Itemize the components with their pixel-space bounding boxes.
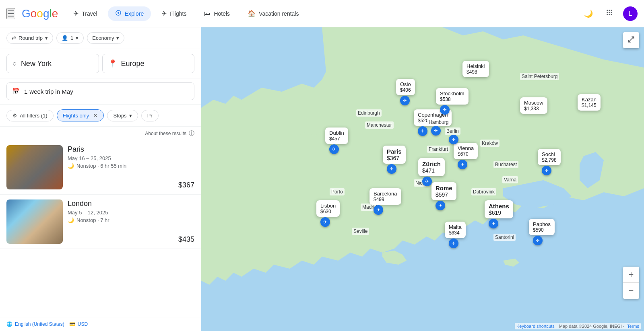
dark-mode-button[interactable]: 🌙	[581, 6, 596, 21]
svg-point-1	[118, 12, 119, 14]
all-filters-button[interactable]: ⚙ All filters (1)	[6, 110, 54, 121]
keyboard-shortcuts[interactable]: Keyboard shortcuts	[516, 324, 555, 329]
left-panel: ⇄ Round trip ▾ 👤 1 ▾ Economy ▾ ○ New Yor…	[0, 27, 201, 331]
label-varna: Varna	[502, 176, 518, 183]
currency-selector[interactable]: 💳 USD	[69, 321, 88, 327]
paris-airline-icon: 🌙	[68, 163, 74, 169]
filter-icon: ⚙	[12, 113, 17, 119]
terms-link[interactable]: Terms	[627, 324, 639, 329]
tab-flights-label: Flights	[170, 10, 186, 17]
tab-vacation[interactable]: 🏠 Vacation rentals	[240, 6, 306, 21]
map-pin-paphos[interactable]: Paphos $590	[529, 219, 555, 235]
plane-dot-stockholm[interactable]: ✈	[440, 105, 450, 115]
london-info: London May 5 – 12, 2025 🌙 Nonstop · 7 hr…	[68, 199, 194, 244]
map-pin-rome[interactable]: Rome $597	[431, 182, 456, 200]
map-pin-dublin[interactable]: Dublin $457	[325, 127, 348, 144]
map-pin-sochi[interactable]: Sochi $2,798	[538, 149, 561, 165]
zoom-out-button[interactable]: −	[623, 283, 639, 299]
map-pin-athens[interactable]: Athens $619	[485, 200, 513, 218]
trip-type-button[interactable]: ⇄ Round trip ▾	[6, 32, 53, 44]
result-card-paris[interactable]: Paris May 16 – 25, 2025 🌙 Nonstop · 6 hr…	[0, 140, 201, 195]
result-card-london[interactable]: London May 5 – 12, 2025 🌙 Nonstop · 7 hr…	[0, 195, 201, 249]
map-pin-helsinki[interactable]: Helsinki $498	[462, 61, 489, 77]
attribution-text: Map data ©2024 Google, INEGI	[559, 324, 622, 329]
map-expand-button[interactable]	[623, 32, 639, 48]
map-pin-lisbon[interactable]: Lisbon $630	[316, 200, 340, 217]
map-pin-oslo[interactable]: Oslo $406	[396, 79, 415, 95]
flights-only-close[interactable]: ✕	[93, 112, 98, 119]
map-pin-moscow[interactable]: Moscow $1,333	[520, 97, 547, 114]
destination-label: Europe	[121, 60, 144, 68]
price-label: Pr	[147, 113, 153, 119]
label-frankfurt: Frankfurt	[427, 146, 450, 153]
tab-hotels[interactable]: 🛏 Hotels	[197, 6, 237, 21]
nav-tabs: ✈ Travel Explore ✈ Flights 🛏 Hotels 🏠 Va…	[66, 6, 306, 21]
tab-explore-label: Explore	[125, 10, 144, 17]
cabin-button[interactable]: Economy ▾	[87, 32, 124, 44]
map-container: Oslo $406 Helsinki $498 Stockholm $538 S…	[201, 27, 644, 331]
map-pin-barcelona[interactable]: Barcelona $499	[369, 188, 401, 205]
user-avatar[interactable]: L	[623, 6, 638, 21]
plane-dot-hamburg[interactable]: ✈	[431, 126, 441, 136]
london-image	[6, 199, 63, 244]
plane-dot-sochi[interactable]: ✈	[542, 166, 551, 175]
label-dubrovnik: Dubrovnik	[471, 188, 496, 195]
map-pin-malta[interactable]: Malta $634	[445, 222, 466, 238]
stops-chevron: ▾	[129, 113, 132, 119]
tab-flights[interactable]: ✈ Flights	[154, 6, 194, 21]
map-pin-paris[interactable]: Paris $367	[383, 146, 406, 164]
explore-icon	[115, 10, 122, 18]
controls-row: ⇄ Round trip ▾ 👤 1 ▾ Economy ▾	[0, 27, 201, 49]
price-button[interactable]: Pr	[141, 110, 159, 121]
london-dates: May 5 – 12, 2025	[68, 210, 194, 216]
plane-dot-berlin[interactable]: ✈	[449, 135, 458, 144]
london-city: London	[68, 199, 194, 208]
tab-hotels-label: Hotels	[214, 10, 230, 17]
plane-dot-dublin[interactable]: ✈	[329, 144, 339, 154]
passengers-chevron: ▾	[76, 35, 78, 41]
menu-icon[interactable]: ☰	[6, 8, 15, 19]
london-flight: 🌙 Nonstop · 7 hr	[68, 217, 194, 223]
plane-dot-paphos[interactable]: ✈	[533, 236, 543, 245]
origin-field[interactable]: ○ New York	[6, 54, 99, 73]
flights-icon: ✈	[161, 10, 167, 17]
cabin-chevron: ▾	[116, 35, 119, 41]
currency-label: USD	[78, 321, 88, 327]
map-pin-zurich[interactable]: Zürich $471	[418, 158, 445, 176]
all-filters-label: All filters (1)	[20, 113, 47, 119]
tab-travel-label: Travel	[82, 10, 97, 17]
language-selector[interactable]: 🌐 English (United States)	[6, 321, 64, 327]
origin-label: New York	[21, 60, 52, 68]
apps-button[interactable]	[602, 6, 617, 21]
passengers-button[interactable]: 👤 1 ▾	[56, 32, 84, 44]
label-seville: Seville	[352, 228, 369, 235]
stops-button[interactable]: Stops ▾	[107, 110, 138, 121]
nav-right: 🌙 L	[581, 6, 638, 21]
map-pin-kazan[interactable]: Kazan $1,145	[578, 94, 601, 111]
plane-dot-copenhagen[interactable]: ✈	[418, 126, 427, 136]
destination-field[interactable]: 📍 Europe	[102, 54, 195, 73]
map-pin-vienna[interactable]: Vienna $670	[454, 143, 478, 159]
paris-image	[6, 145, 63, 189]
plane-dot-malta[interactable]: ✈	[449, 238, 458, 248]
plane-dot-barcelona[interactable]: ✈	[374, 205, 383, 215]
trip-type-chevron: ▾	[45, 35, 48, 41]
plane-dot-rome[interactable]: ✈	[436, 201, 445, 210]
hotels-icon: 🛏	[204, 10, 211, 17]
tab-travel[interactable]: ✈ Travel	[66, 6, 104, 21]
search-fields: ○ New York 📍 Europe	[0, 49, 201, 78]
zoom-in-button[interactable]: +	[623, 267, 639, 283]
flights-only-chip[interactable]: Flights only ✕	[57, 109, 104, 121]
label-manchester: Manchester	[365, 121, 394, 129]
london-airline-icon: 🌙	[68, 217, 74, 223]
paris-city: Paris	[68, 145, 194, 154]
date-button[interactable]: 📅 1-week trip in May	[6, 82, 194, 100]
map-pin-stockholm[interactable]: Stockholm $538	[436, 88, 469, 105]
plane-dot-zurich[interactable]: ✈	[422, 177, 432, 186]
tab-explore[interactable]: Explore	[108, 6, 151, 21]
plane-dot-vienna[interactable]: ✈	[458, 160, 467, 169]
swap-icon: ⇄	[12, 35, 16, 41]
london-flight-info: Nonstop · 7 hr	[76, 217, 109, 223]
apps-icon	[605, 8, 613, 19]
info-icon[interactable]: ⓘ	[189, 130, 194, 137]
